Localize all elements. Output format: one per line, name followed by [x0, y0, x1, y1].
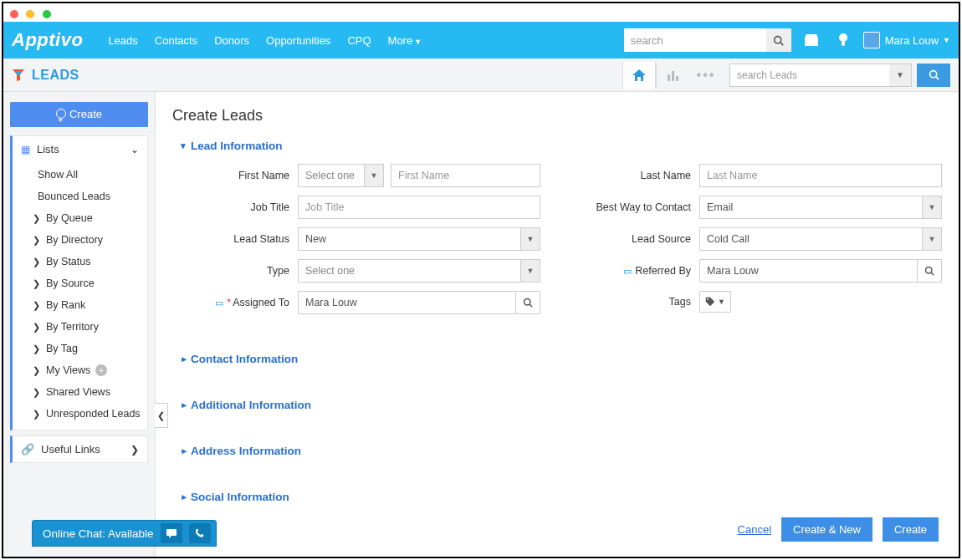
search-icon	[929, 69, 939, 80]
sidebar-by-rank[interactable]: ❯By Rank	[13, 294, 147, 316]
app-logo[interactable]: Apptivo	[12, 29, 83, 51]
field-value: Mara Louw	[305, 297, 357, 308]
type-caret[interactable]: ▼	[520, 259, 540, 283]
chevron-right-icon: ▾	[178, 449, 189, 454]
create-button[interactable]: Create	[10, 102, 148, 127]
sidebar-by-territory[interactable]: ❯By Territory	[13, 316, 147, 338]
job-title-input[interactable]	[298, 196, 540, 219]
assigned-to-field[interactable]: Mara Louw	[298, 291, 516, 314]
label-lead-source: Lead Source	[591, 233, 699, 245]
home-icon	[632, 69, 646, 81]
svg-point-8	[929, 71, 936, 78]
create-and-new-button[interactable]: Create & New	[781, 517, 872, 542]
maximize-dot[interactable]	[43, 10, 51, 18]
nav-cpq[interactable]: CPQ	[347, 34, 371, 47]
label-assigned-to: ▭*Assigned To	[189, 297, 298, 308]
label-first-name: First Name	[189, 170, 298, 181]
nav-leads[interactable]: Leads	[108, 34, 137, 47]
section-address-information[interactable]: ▾ Address Information	[181, 445, 942, 457]
first-name-title-caret[interactable]: ▼	[364, 164, 384, 187]
create-submit-button[interactable]: Create	[883, 517, 939, 542]
sidebar-lists-toggle[interactable]: ▦ Lists ⌄	[13, 136, 147, 162]
nav-more[interactable]: More▼	[388, 34, 422, 47]
lead-source-caret[interactable]: ▼	[922, 227, 942, 251]
charts-button[interactable]	[656, 62, 689, 89]
module-search-dropdown[interactable]: ▼	[889, 64, 911, 86]
assigned-to-lookup[interactable]	[515, 291, 540, 314]
chevron-right-icon: ❯	[33, 235, 43, 246]
sidebar-my-views[interactable]: ❯My Views+	[13, 359, 147, 381]
tags-button[interactable]: ▼	[699, 291, 731, 313]
best-way-select[interactable]: Email	[699, 196, 923, 219]
first-name-title-select[interactable]: Select one	[298, 164, 365, 187]
search-icon	[924, 266, 934, 276]
module-search-input[interactable]	[730, 69, 889, 81]
last-name-input[interactable]	[699, 164, 942, 187]
global-search-button[interactable]	[766, 28, 791, 52]
section-additional-information[interactable]: ▾ Additional Information	[181, 399, 942, 411]
select-value: Email	[707, 201, 733, 213]
chevron-right-icon: ❯	[33, 278, 43, 289]
home-button[interactable]	[622, 62, 656, 89]
lead-status-caret[interactable]: ▼	[520, 227, 540, 251]
svg-point-14	[707, 298, 709, 300]
sidebar-lists-label: Lists	[37, 143, 59, 155]
sidebar-shared-views[interactable]: ❯Shared Views	[13, 381, 147, 403]
card-icon: ▭	[215, 298, 223, 308]
sidebar-by-tag[interactable]: ❯By Tag	[13, 338, 147, 359]
nav-contacts[interactable]: Contacts	[155, 34, 197, 47]
global-search-input[interactable]	[624, 29, 766, 51]
chevron-right-icon: ▾	[178, 495, 189, 500]
lead-status-select[interactable]: New	[298, 227, 521, 251]
ellipsis-icon: •••	[697, 68, 716, 83]
module-search-button[interactable]	[917, 64, 950, 87]
svg-line-11	[530, 304, 532, 307]
search-icon	[773, 35, 784, 46]
label-last-name: Last Name	[591, 170, 699, 181]
more-actions-button[interactable]: •••	[689, 62, 723, 89]
sidebar-by-status[interactable]: ❯By Status	[13, 251, 147, 272]
sidebar-useful-links-card: 🔗 Useful Links ❯	[10, 435, 148, 463]
sidebar-useful-links-toggle[interactable]: 🔗 Useful Links ❯	[13, 436, 147, 462]
link-icon: 🔗	[21, 443, 34, 456]
chevron-right-icon: ❯	[130, 444, 139, 456]
user-menu[interactable]: Mara Louw ▼	[863, 32, 950, 48]
first-name-input[interactable]	[391, 164, 540, 187]
window-titlebar	[3, 3, 959, 22]
sidebar-show-all[interactable]: Show All	[13, 164, 147, 186]
chat-message-button[interactable]	[161, 523, 182, 543]
chevron-right-icon: ❯	[33, 213, 43, 224]
chat-widget[interactable]: Online Chat: Available	[32, 520, 217, 547]
chat-phone-button[interactable]	[189, 523, 211, 543]
section-social-information[interactable]: ▾ Social Information	[181, 491, 942, 503]
section-lead-information[interactable]: ▾ Lead Information	[181, 140, 942, 152]
best-way-caret[interactable]: ▼	[922, 196, 942, 219]
sidebar-unresponded-leads[interactable]: ❯Unresponded Leads	[13, 403, 147, 425]
lead-source-select[interactable]: Cold Call	[699, 227, 923, 251]
main-content: Create Leads ▾ Lead Information First Na…	[156, 92, 959, 557]
sidebar: Create ▦ Lists ⌄ Show All Bounced Leads …	[3, 92, 156, 557]
module-bar: LEADS ••• ▼	[3, 59, 959, 92]
sidebar-by-directory[interactable]: ❯By Directory	[13, 229, 147, 251]
add-view-icon[interactable]: +	[95, 364, 107, 376]
select-value: Select one	[305, 265, 355, 277]
type-select[interactable]: Select one	[298, 259, 521, 283]
form-footer: Cancel Create & New Create	[738, 517, 939, 542]
sidebar-by-source[interactable]: ❯By Source	[13, 272, 147, 294]
section-contact-information[interactable]: ▾ Contact Information	[181, 353, 942, 365]
store-icon[interactable]	[800, 28, 823, 52]
referred-by-lookup[interactable]	[917, 259, 942, 283]
notification-icon[interactable]	[832, 28, 855, 52]
svg-rect-5	[668, 74, 670, 81]
minimize-dot[interactable]	[26, 10, 34, 18]
cancel-link[interactable]: Cancel	[738, 523, 771, 536]
sidebar-item-label: Shared Views	[46, 386, 110, 398]
sidebar-item-label: By Tag	[46, 343, 78, 354]
close-dot[interactable]	[10, 10, 18, 18]
sidebar-by-queue[interactable]: ❯By Queue	[13, 207, 147, 229]
referred-by-field[interactable]: Mara Louw	[699, 259, 918, 283]
sidebar-bounced-leads[interactable]: Bounced Leads	[13, 186, 147, 207]
nav-opportunities[interactable]: Opportunities	[266, 34, 330, 47]
nav-donors[interactable]: Donors	[214, 34, 249, 47]
funnel-icon	[12, 69, 25, 82]
